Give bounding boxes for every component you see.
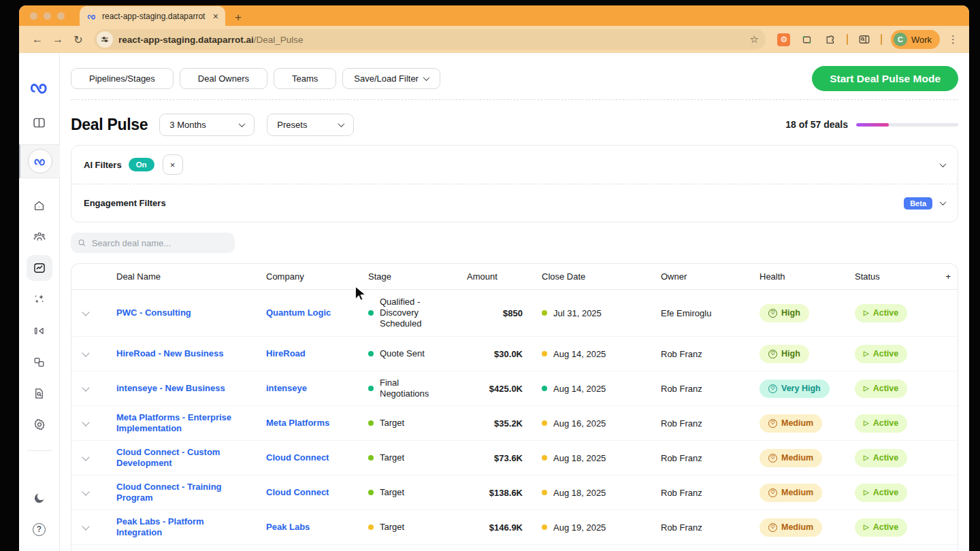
sidebar-item-home[interactable]: [19, 190, 60, 220]
filter-toolbar: Pipelines/Stages Deal Owners Teams Save/…: [71, 66, 958, 100]
start-deal-pulse-mode-button[interactable]: Start Deal Pulse Mode: [812, 66, 958, 91]
deal-search-box[interactable]: [71, 233, 235, 253]
side-panel-search-icon[interactable]: [856, 31, 872, 48]
company-link[interactable]: Cloud Connect: [266, 452, 338, 463]
close-tab-icon[interactable]: ×: [212, 12, 220, 21]
maximize-window-button[interactable]: [57, 12, 65, 20]
status-badge[interactable]: ▷Active: [855, 380, 907, 398]
presets-select[interactable]: Presets: [267, 114, 354, 136]
bookmark-star-icon[interactable]: ☆: [749, 33, 758, 46]
health-badge[interactable]: ♡Medium: [760, 414, 822, 433]
deal-name-link[interactable]: Cloud Connect - Training Program: [116, 482, 259, 504]
health-heart-icon: ♡: [768, 350, 777, 358]
table-row[interactable]: intenseye - New Business intenseye Final…: [71, 371, 958, 405]
status-label: Active: [873, 453, 899, 463]
sidebar-item-blocks[interactable]: [19, 347, 60, 377]
row-expand-chevron-icon[interactable]: [82, 488, 89, 495]
window-controls[interactable]: [19, 5, 65, 26]
table-row[interactable]: Cloud Connect - Training Program Cloud C…: [71, 475, 958, 510]
dark-mode-toggle[interactable]: [19, 483, 60, 513]
column-header: Close Date: [542, 271, 661, 282]
screenshot-tool-icon[interactable]: [799, 31, 815, 48]
health-badge[interactable]: ♡Very High: [760, 380, 830, 398]
stage-dot: [368, 310, 374, 316]
sidebar-toggle-icon[interactable]: [19, 107, 60, 137]
deal-name-link[interactable]: Cloud Connect - Custom Development: [116, 447, 259, 469]
pipelines-stages-button[interactable]: Pipelines/Stages: [71, 68, 174, 89]
browser-tab[interactable]: react-app-staging.dataparrot ×: [80, 6, 225, 26]
status-badge[interactable]: ▷Active: [855, 518, 907, 537]
table-row[interactable]: ♡Very High ▷Active: [71, 544, 958, 551]
status-badge[interactable]: ▷Active: [855, 414, 907, 433]
sidebar-item-team[interactable]: [19, 222, 60, 252]
deal-name-link[interactable]: Meta Platforms - Enterprise Implementati…: [116, 412, 259, 435]
row-expand-chevron-icon[interactable]: [82, 308, 89, 316]
health-badge[interactable]: ♡Medium: [760, 518, 822, 537]
status-badge[interactable]: ▷Active: [855, 345, 907, 363]
company-link[interactable]: Cloud Connect: [266, 487, 338, 498]
help-button[interactable]: ?: [19, 514, 60, 544]
table-row[interactable]: HireRoad - New Business HireRoad Quote S…: [71, 336, 958, 371]
column-header: Company: [266, 271, 368, 282]
status-badge[interactable]: ▷Active: [855, 304, 907, 322]
row-expand-chevron-icon[interactable]: [82, 453, 89, 461]
reload-button[interactable]: ↻: [69, 31, 87, 48]
forward-button[interactable]: →: [49, 31, 67, 48]
time-range-select[interactable]: 3 Months: [159, 114, 255, 136]
status-badge[interactable]: ▷Active: [855, 449, 907, 467]
company-link[interactable]: Meta Platforms: [266, 418, 339, 429]
chevron-down-icon[interactable]: [940, 199, 947, 205]
chevron-down-icon[interactable]: [940, 161, 947, 167]
table-row[interactable]: Meta Platforms - Enterprise Implementati…: [71, 405, 958, 440]
deal-owners-button[interactable]: Deal Owners: [180, 68, 267, 89]
play-icon: ▷: [864, 454, 869, 461]
site-settings-icon[interactable]: [97, 31, 113, 48]
sidebar-item-deal-pulse-dashboard[interactable]: [19, 253, 60, 283]
company-link[interactable]: Peak Labs: [266, 522, 319, 533]
row-expand-chevron-icon[interactable]: [82, 384, 89, 391]
close-date-dot: [542, 524, 547, 530]
sidebar-item-ai-insights[interactable]: [19, 284, 60, 314]
hubspot-extension-icon[interactable]: ⚙: [776, 31, 792, 48]
deal-name-link[interactable]: HireRoad - New Business: [116, 348, 233, 359]
health-badge[interactable]: ♡Medium: [760, 449, 822, 467]
row-expand-chevron-icon[interactable]: [82, 349, 89, 356]
sidebar-item-settings[interactable]: [19, 410, 60, 439]
table-row[interactable]: Peak Labs - Platform Integration Peak La…: [71, 510, 958, 544]
ai-filters-remove-button[interactable]: ×: [163, 154, 183, 175]
deal-name-link[interactable]: Peak Labs - Platform Integration: [116, 516, 259, 539]
table-row[interactable]: Cloud Connect - Custom Development Cloud…: [71, 440, 958, 475]
health-badge[interactable]: ♡Medium: [760, 484, 822, 502]
address-bar[interactable]: react-app-staging.dataparrot.ai/Deal_Pul…: [94, 29, 766, 50]
add-column-button[interactable]: +: [926, 271, 958, 282]
minimize-window-button[interactable]: [44, 12, 51, 20]
sidebar-item-flip-compare[interactable]: [19, 316, 60, 346]
browser-menu-icon[interactable]: ⋮: [945, 33, 961, 46]
teams-button[interactable]: Teams: [274, 68, 336, 89]
company-link[interactable]: HireRoad: [266, 348, 315, 359]
mouse-cursor: [351, 284, 369, 302]
row-expand-chevron-icon[interactable]: [82, 522, 89, 530]
health-badge[interactable]: ♡High: [760, 345, 809, 363]
extensions-puzzle-icon[interactable]: [822, 31, 838, 48]
status-badge[interactable]: ▷Active: [855, 484, 907, 502]
sidebar-item-doc-search[interactable]: [19, 378, 60, 408]
chevron-down-icon: [239, 120, 246, 127]
deal-name-link[interactable]: intenseye - New Business: [116, 383, 235, 394]
save-load-filter-dropdown[interactable]: Save/Load Filter: [342, 68, 440, 89]
new-tab-button[interactable]: +: [235, 12, 242, 23]
close-window-button[interactable]: [30, 12, 37, 20]
browser-profile-chip[interactable]: C Work: [891, 30, 940, 49]
ai-filters-on-badge[interactable]: On: [129, 158, 154, 171]
deal-name-link[interactable]: PWC - Consulting: [116, 307, 201, 318]
company-link[interactable]: Quantum Logic: [266, 307, 340, 318]
sidebar-divider: [27, 450, 52, 451]
table-row[interactable]: PWC - Consulting Quantum Logic Qualified…: [71, 290, 958, 336]
sidebar-item-deal-pulse-active[interactable]: [19, 144, 60, 178]
play-icon: ▷: [864, 489, 869, 496]
back-button[interactable]: ←: [29, 31, 46, 48]
company-link[interactable]: intenseye: [266, 383, 316, 394]
search-input[interactable]: [92, 238, 228, 248]
row-expand-chevron-icon[interactable]: [82, 418, 89, 426]
health-badge[interactable]: ♡High: [760, 304, 809, 322]
